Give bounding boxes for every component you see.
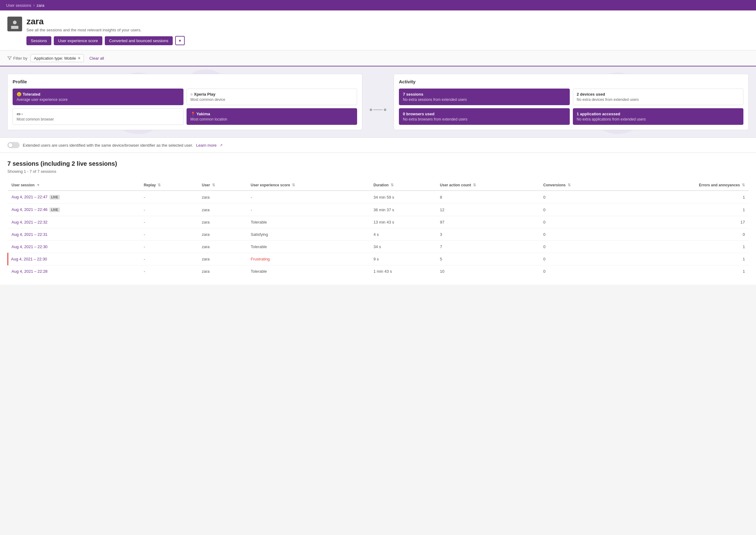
session-link-6[interactable]: Aug 4, 2021 – 22:28 [12,269,48,274]
extended-users-text: Extended users are users identified with… [23,143,193,148]
col-user[interactable]: User ⇅ [198,180,247,191]
live-badge-1: LIVE [49,208,60,212]
sort-icon-errors: ⇅ [742,183,745,187]
profile-location-label: 📍 Yakima [191,112,353,116]
sort-icon-user: ⇅ [212,183,215,187]
profile-item-device: ○ Xperia Play Most common device [187,89,357,105]
breadcrumb-parent[interactable]: User sessions [6,3,31,8]
cell-actions-6: 10 [436,265,540,278]
clear-all-button[interactable]: Clear all [87,55,107,62]
table-header: User session ▼ Replay ⇅ User ⇅ User expe… [8,180,749,191]
cell-duration-5: 9 s [370,253,436,265]
external-link-icon: ↗ [220,143,223,147]
toggle-knob [8,143,13,148]
page-title: zara [26,16,749,26]
profile-card-grid: 😐 Tolerated Average user experience scor… [13,89,357,125]
cell-errors-1: 1 [622,204,749,216]
cell-replay-5: - [140,253,198,265]
cards-area: Profile 😐 Tolerated Average user experie… [0,67,756,138]
table-row: Aug 4, 2021 – 22:28-zaraTolerable1 min 4… [8,265,749,278]
cell-errors-5: 1 [622,253,749,265]
cell-duration-0: 34 min 59 s [370,191,436,204]
cell-user-6: zara [198,265,247,278]
cell-user-3: zara [198,228,247,241]
tab-ux-score[interactable]: User experience score [54,36,102,45]
tab-converted[interactable]: Converted and bounced sessions [105,36,173,45]
session-link-2[interactable]: Aug 4, 2021 – 22:32 [12,220,48,224]
profile-item-location: 📍 Yakima Most common location [187,108,357,125]
cell-conversions-0: 0 [540,191,622,204]
cell-session-1: Aug 4, 2021 – 22:46LIVE [8,204,140,216]
breadcrumb-bar: User sessions › zara [0,0,756,11]
extended-toggle[interactable] [7,142,20,148]
cell-session-0: Aug 4, 2021 – 22:47LIVE [8,191,140,204]
cell-ux-3: Satisfying [247,228,370,241]
sort-icon-replay: ⇅ [158,183,161,187]
profile-card-title: Profile [13,79,357,84]
activity-item-browsers: 0 browsers used No extra browsers from e… [399,108,570,125]
session-link-5[interactable]: Aug 4, 2021 – 22:30 [11,257,47,261]
session-link-4[interactable]: Aug 4, 2021 – 22:30 [12,244,48,249]
breadcrumb-current: zara [37,3,44,8]
tab-sessions[interactable]: Sessions [26,36,51,45]
cell-errors-3: 0 [622,228,749,241]
cell-actions-0: 8 [436,191,540,204]
sort-icon-ux: ⇅ [292,183,295,187]
activity-card: Activity 7 sessions No extra sessions fr… [394,74,749,130]
page-subtitle: See all the sessions and the most releva… [26,28,749,32]
col-replay[interactable]: Replay ⇅ [140,180,198,191]
cell-duration-6: 1 min 43 s [370,265,436,278]
profile-item-ux: 😐 Tolerated Average user experience scor… [13,89,183,105]
col-action-count[interactable]: User action count ⇅ [436,180,540,191]
table-row: Aug 4, 2021 – 22:47LIVE-zara-34 min 59 s… [8,191,749,204]
col-user-session[interactable]: User session ▼ [8,180,140,191]
col-duration[interactable]: Duration ⇅ [370,180,436,191]
tabs-row: Sessions User experience score Converted… [26,36,749,45]
sort-icon-session: ▼ [37,183,40,187]
cell-session-4: Aug 4, 2021 – 22:30 [8,241,140,253]
profile-browser-sub: Most common browser [16,117,179,122]
learn-more-link[interactable]: Learn more [196,143,216,148]
connector-dot-left [370,108,372,111]
header-info: zara See all the sessions and the most r… [26,16,749,45]
svg-point-0 [13,21,16,24]
filter-tag: Application type: Mobile × [30,54,84,62]
cell-user-1: zara [198,204,247,216]
breadcrumb-separator: › [33,2,35,8]
cell-replay-3: - [140,228,198,241]
table-row: Aug 4, 2021 – 22:46LIVE-zara-36 min 37 s… [8,204,749,216]
cell-user-5: zara [198,253,247,265]
profile-browser-label: ▭ - [16,112,179,116]
session-link-1[interactable]: Aug 4, 2021 – 22:46 [12,207,48,212]
live-badge-0: LIVE [49,195,60,200]
cell-ux-4: Tolerable [247,241,370,253]
profile-location-sub: Most common location [191,117,353,122]
connector-line-segment [373,109,383,110]
cell-replay-0: - [140,191,198,204]
session-link-3[interactable]: Aug 4, 2021 – 22:31 [12,232,48,237]
connector-dot-right [384,108,386,111]
cell-ux-5: Frustrating [247,253,370,265]
activity-item-apps: 1 application accessed No extra applicat… [573,108,744,125]
col-errors[interactable]: Errors and annoyances ⇅ [622,180,749,191]
cell-replay-4: - [140,241,198,253]
cell-duration-1: 36 min 37 s [370,204,436,216]
cell-duration-3: 4 s [370,228,436,241]
cell-user-0: zara [198,191,247,204]
col-ux-score[interactable]: User experience score ⇅ [247,180,370,191]
main-content: zara See all the sessions and the most r… [0,11,756,285]
cell-duration-2: 13 min 43 s [370,216,436,228]
cell-session-3: Aug 4, 2021 – 22:31 [8,228,140,241]
filter-remove-button[interactable]: × [78,56,81,61]
activity-apps-sub: No extra applications from extended user… [577,117,740,122]
cell-ux-1: - [247,204,370,216]
cell-errors-0: 1 [622,191,749,204]
sort-icon-duration: ⇅ [391,183,394,187]
table-row: Aug 4, 2021 – 22:31-zaraSatisfying4 s300 [8,228,749,241]
session-link-0[interactable]: Aug 4, 2021 – 22:47 [12,195,48,199]
col-conversions[interactable]: Conversions ⇅ [540,180,622,191]
tab-dropdown[interactable]: ▾ [175,36,185,45]
extended-users-bar: Extended users are users identified with… [0,138,756,153]
device-icon: ○ [191,92,194,97]
filter-icon [7,56,12,60]
